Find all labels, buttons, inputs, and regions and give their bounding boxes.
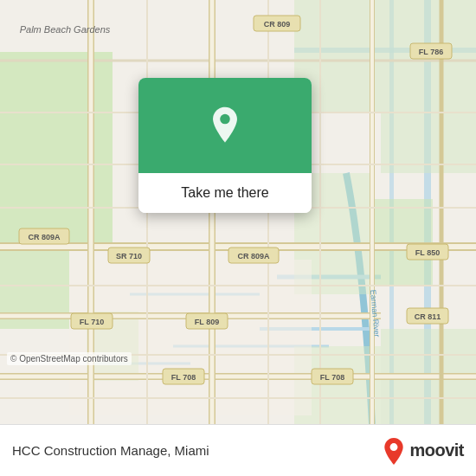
svg-text:CR 811: CR 811 xyxy=(415,312,441,321)
svg-text:FL 708: FL 708 xyxy=(171,373,196,382)
map-container: CR 809 FL 786 FL 809 Palm Beach Gardens … xyxy=(0,0,476,424)
svg-text:FL 809: FL 809 xyxy=(195,318,219,326)
svg-text:CR 809A: CR 809A xyxy=(28,233,61,241)
popup-green-area xyxy=(138,78,312,173)
take-me-there-button[interactable]: Take me there xyxy=(138,173,312,213)
map-attribution: © OpenStreetMap contributors xyxy=(7,352,132,365)
moovit-pin-icon xyxy=(382,437,406,465)
moovit-logo: moovit xyxy=(382,437,464,465)
svg-text:FL 786: FL 786 xyxy=(419,48,443,56)
svg-text:FL 850: FL 850 xyxy=(415,248,440,257)
moovit-brand-text: moovit xyxy=(409,441,464,460)
svg-text:CR 809A: CR 809A xyxy=(237,252,270,261)
popup-card: Take me there xyxy=(138,78,312,213)
svg-rect-9 xyxy=(0,52,113,242)
svg-point-69 xyxy=(390,443,398,451)
svg-text:Palm Beach Gardens: Palm Beach Gardens xyxy=(20,24,111,35)
svg-text:FL 710: FL 710 xyxy=(80,318,104,326)
location-pin-icon xyxy=(205,106,245,145)
svg-rect-13 xyxy=(381,0,476,173)
svg-point-68 xyxy=(220,114,230,125)
location-title: HCC Construction Manage, Miami xyxy=(12,443,209,458)
svg-text:CR 809: CR 809 xyxy=(264,20,291,29)
svg-rect-18 xyxy=(69,260,312,415)
bottom-bar: HCC Construction Manage, Miami moovit xyxy=(0,424,476,476)
svg-text:FL 708: FL 708 xyxy=(320,373,344,382)
svg-text:SR 710: SR 710 xyxy=(116,252,142,261)
